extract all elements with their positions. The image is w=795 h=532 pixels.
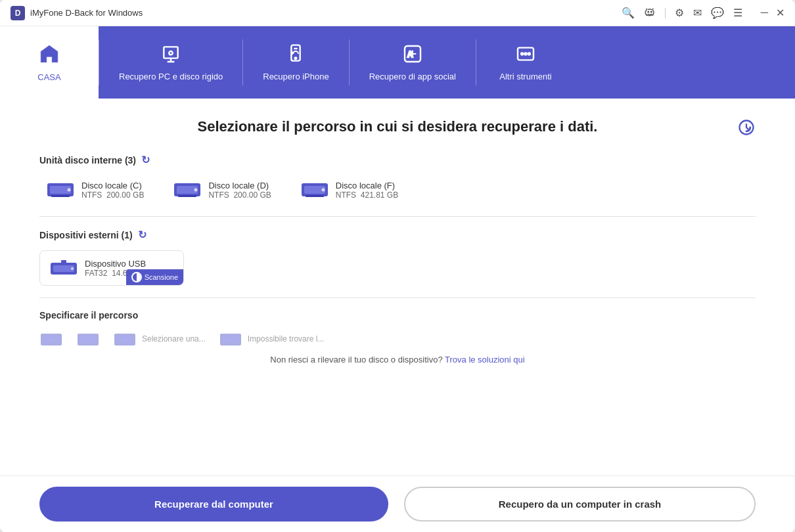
bottom-bar: Recuperare dal computer Recupero da un c… — [0, 476, 795, 532]
svg-point-28 — [71, 267, 74, 270]
svg-rect-27 — [61, 260, 66, 264]
drive-details-f: NTFS 421.81 GB — [336, 190, 398, 200]
nav-label-casa: CASA — [37, 72, 60, 82]
svg-text:A: A — [407, 50, 413, 59]
nav-label-altri-strumenti: Altri strumenti — [499, 72, 551, 81]
svg-rect-30 — [43, 336, 59, 343]
settings-icon[interactable]: ⚙ — [675, 7, 684, 19]
specify-icon-4 — [219, 330, 242, 348]
svg-point-24 — [321, 188, 325, 192]
specify-item-3[interactable]: Selezionare una... — [113, 330, 206, 348]
svg-point-0 — [648, 11, 649, 12]
title-bar: D iMyFone D-Back for Windows 🔍 ⚙ ✉ 💬 ☰ ─… — [0, 0, 795, 26]
external-devices-refresh[interactable]: ↻ — [138, 229, 147, 241]
specify-item-text-4: Impossibile trovare l... — [248, 334, 325, 344]
recupero-app-icon: A — [402, 43, 423, 68]
nav-item-recupero-pc[interactable]: Recupero PC e disco rigido — [99, 26, 242, 99]
specify-path-row: Selezionare una... Impossibile trovare l… — [39, 330, 756, 348]
nav-item-casa[interactable]: CASA — [0, 26, 99, 99]
specify-path-header: Specificare il percorso — [39, 310, 756, 321]
divider-1 — [39, 216, 756, 217]
external-devices-header: Dispositivi esterni (1) ↻ — [39, 229, 756, 241]
svg-rect-23 — [306, 195, 324, 197]
internal-drives-refresh[interactable]: ↻ — [141, 154, 150, 166]
external-devices-row: Dispositivo USB FAT32 14.67 GB Scansione — [39, 250, 756, 286]
svg-point-1 — [650, 11, 652, 12]
svg-rect-15 — [51, 195, 70, 197]
drive-name-f: Disco locale (F) — [336, 181, 398, 190]
nav-item-recupero-app[interactable]: A Recupero di app social — [350, 26, 476, 99]
internal-drives-header: Unità disco interne (3) ↻ — [39, 154, 756, 166]
help-text: Non riesci a rilevare il tuo disco o dis… — [39, 355, 756, 365]
page-title: Selezionare il percorso in cui si deside… — [39, 118, 756, 135]
svg-rect-34 — [117, 336, 133, 343]
clock-icon-container[interactable] — [737, 118, 756, 139]
nav-item-altri-strumenti[interactable]: Altri strumenti — [476, 26, 575, 99]
drive-details-d: NTFS 200.00 GB — [208, 190, 271, 200]
specify-item-1[interactable] — [39, 330, 63, 348]
title-bar-text: iMyFone D-Back for Windows — [30, 8, 622, 18]
title-bar-icons: 🔍 ⚙ ✉ 💬 ☰ ─ ✕ — [622, 6, 784, 20]
svg-point-5 — [295, 57, 297, 59]
nav-label-recupero-iphone: Recupero iPhone — [263, 72, 329, 81]
drive-item-d[interactable]: Disco locale (D) NTFS 200.00 GB — [166, 175, 277, 204]
discord-icon[interactable] — [644, 6, 656, 20]
chat-icon[interactable]: 💬 — [711, 7, 724, 19]
drive-item-f[interactable]: Disco locale (F) NTFS 421.81 GB — [294, 175, 405, 204]
recover-from-computer-button[interactable]: Recuperare dal computer — [39, 487, 388, 521]
scan-label: Scansione — [145, 273, 178, 281]
nav-label-recupero-pc: Recupero PC e disco rigido — [119, 72, 223, 81]
svg-point-9 — [521, 53, 523, 55]
svg-point-3 — [169, 51, 172, 55]
casa-icon — [38, 43, 60, 68]
specify-icon-3 — [113, 330, 137, 348]
recupero-pc-icon — [160, 43, 181, 68]
app-window: D iMyFone D-Back for Windows 🔍 ⚙ ✉ 💬 ☰ ─… — [0, 0, 795, 532]
usb-device-icon — [49, 257, 78, 278]
specify-icon-2 — [76, 330, 100, 348]
nav-item-recupero-iphone[interactable]: Recupero iPhone — [243, 26, 348, 99]
app-logo: D — [11, 6, 25, 20]
recupero-iphone-icon — [285, 43, 306, 68]
window-controls: ─ ✕ — [761, 7, 784, 19]
help-link[interactable]: Trova le soluzioni qui — [445, 355, 525, 365]
external-devices-label: Dispositivi esterni (1) — [39, 230, 133, 240]
scan-badge[interactable]: Scansione — [126, 269, 183, 285]
svg-point-10 — [524, 53, 526, 55]
drive-name-d: Disco locale (D) — [208, 181, 271, 190]
drive-info-f: Disco locale (F) NTFS 421.81 GB — [336, 181, 398, 200]
internal-drives-row: Disco locale (C) NTFS 200.00 GB — [39, 175, 756, 204]
drive-item-c[interactable]: Disco locale (C) NTFS 200.00 GB — [39, 175, 150, 204]
recover-from-crash-button[interactable]: Recupero da un computer in crash — [404, 487, 756, 521]
internal-drives-label: Unità disco interne (3) — [39, 155, 136, 166]
drive-icon-f — [300, 179, 329, 200]
main-content: Selezionare il percorso in cui si deside… — [0, 99, 795, 476]
svg-point-16 — [68, 188, 71, 192]
specify-item-text-3: Selezionare una... — [142, 334, 206, 344]
specify-path-label: Specificare il percorso — [39, 310, 138, 321]
close-button[interactable]: ✕ — [776, 7, 784, 19]
drive-info-c: Disco locale (C) NTFS 200.00 GB — [81, 181, 144, 200]
nav-label-recupero-app: Recupero di app social — [369, 72, 456, 81]
usb-device-wrapper[interactable]: Dispositivo USB FAT32 14.67 GB Scansione — [39, 250, 184, 286]
specify-icon-1 — [39, 330, 63, 348]
svg-rect-32 — [80, 336, 96, 343]
svg-rect-36 — [223, 336, 238, 343]
specify-item-2[interactable] — [76, 330, 100, 348]
specify-item-4[interactable]: Impossibile trovare l... — [219, 330, 325, 348]
drive-info-d: Disco locale (D) NTFS 200.00 GB — [208, 181, 271, 200]
altri-strumenti-icon — [515, 43, 536, 68]
svg-rect-2 — [164, 47, 177, 58]
drive-icon-c — [46, 179, 75, 200]
drive-name-c: Disco locale (C) — [81, 181, 144, 190]
minimize-button[interactable]: ─ — [761, 7, 768, 19]
drive-icon-d — [173, 179, 202, 200]
scan-pie-icon — [131, 272, 142, 282]
usb-device-name: Dispositivo USB — [85, 259, 146, 269]
mail-icon[interactable]: ✉ — [693, 7, 702, 19]
nav-bar: CASA Recupero PC e disco rigido — [0, 26, 795, 99]
svg-rect-19 — [178, 195, 196, 197]
menu-icon[interactable]: ☰ — [733, 7, 742, 19]
divider-2 — [39, 298, 756, 298]
search-icon[interactable]: 🔍 — [622, 7, 635, 19]
